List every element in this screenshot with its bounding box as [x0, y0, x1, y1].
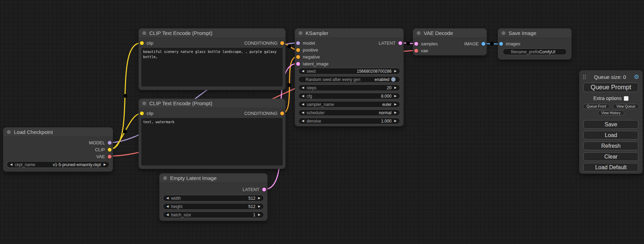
increment-arrow-icon[interactable]: ▶ [258, 213, 261, 216]
output-slot-vae[interactable] [108, 155, 112, 159]
increment-arrow-icon[interactable]: ▶ [394, 111, 397, 114]
queue-panel[interactable]: Queue size: 0 ⚙ Queue Prompt Extra optio… [579, 70, 643, 174]
queue-prompt-button[interactable]: Queue Prompt [583, 83, 638, 92]
input-slot-vae[interactable] [414, 49, 418, 53]
node-header: CLIP Text Encode (Prompt) [139, 28, 285, 38]
widget-scheduler[interactable]: ◀ scheduler normal ▶ [298, 109, 400, 116]
widget-value: 512 [248, 196, 255, 201]
decrement-arrow-icon[interactable]: ◀ [10, 163, 12, 166]
widget-value: 156680208700286 [357, 69, 391, 74]
increment-arrow-icon[interactable]: ▶ [394, 70, 397, 73]
widget-sampler-name[interactable]: ◀ sampler_name euler ▶ [298, 101, 400, 108]
widget-value: 8.000 [381, 94, 391, 99]
collapse-dot-icon[interactable] [163, 176, 167, 180]
collapse-dot-icon[interactable] [7, 130, 11, 134]
input-slot-clip[interactable] [140, 41, 144, 45]
widget-cfg[interactable]: ◀ cfg 8.000 ▶ [298, 93, 400, 99]
node-title: Load Checkpoint [14, 129, 53, 135]
widget-width[interactable]: ◀ width 512 ▶ [163, 195, 264, 201]
increment-arrow-icon[interactable]: ▶ [104, 163, 106, 166]
widget-label: ckpt_name [15, 162, 35, 167]
widget-denoise[interactable]: ◀ denoise 1.000 ▶ [298, 118, 400, 124]
widget-label: Random seed after every gen [306, 77, 360, 82]
toggle-knob[interactable] [391, 77, 396, 82]
input-slot-samples[interactable] [414, 42, 418, 46]
widget-value: 512 [248, 204, 255, 209]
widget-ckpt-name[interactable]: ◀ ckpt_name v1-5-pruned-emaonly.ckpt ▶ [7, 161, 109, 168]
output-slot-latent[interactable] [262, 188, 266, 191]
node-ksampler[interactable]: KSampler model LATENT positive negative … [295, 28, 404, 126]
input-slot-clip[interactable] [140, 111, 144, 115]
view-history-button[interactable]: View History [598, 110, 624, 116]
node-header: Empty Latent Image [159, 173, 267, 183]
collapse-dot-icon[interactable] [299, 31, 302, 35]
clear-button[interactable]: Clear [583, 152, 638, 161]
settings-gear-icon[interactable]: ⚙ [634, 74, 639, 80]
increment-arrow-icon[interactable]: ▶ [258, 205, 261, 208]
queue-front-button[interactable]: Queue Front [583, 104, 610, 109]
output-slot-latent[interactable] [398, 41, 402, 45]
output-slot-model[interactable] [108, 141, 112, 145]
graph-canvas[interactable]: Load Checkpoint MODEL CLIP VAE ◀ ckpt_na… [0, 0, 644, 244]
collapse-dot-icon[interactable] [417, 31, 421, 35]
increment-arrow-icon[interactable]: ▶ [394, 103, 397, 106]
node-vae-decode[interactable]: VAE Decode samples IMAGE vae [413, 28, 487, 55]
node-save-image[interactable]: Save Image images filename_prefix ComfyU… [498, 28, 572, 60]
input-slot-negative[interactable] [296, 55, 300, 59]
increment-arrow-icon[interactable]: ▶ [394, 119, 397, 123]
decrement-arrow-icon[interactable]: ◀ [302, 103, 304, 106]
output-slot-image[interactable] [482, 42, 485, 46]
input-slot-images[interactable] [499, 42, 503, 46]
output-slot-conditioning[interactable] [280, 41, 284, 45]
widget-value: euler [382, 102, 391, 107]
node-clip-text-encode-positive[interactable]: CLIP Text Encode (Prompt) clip CONDITION… [139, 28, 285, 90]
output-slot-clip[interactable] [108, 148, 112, 152]
node-header: VAE Decode [413, 28, 487, 38]
load-default-button[interactable]: Load Default [583, 163, 638, 172]
widget-value: enabled [374, 77, 389, 82]
input-slot-model[interactable] [296, 41, 300, 45]
decrement-arrow-icon[interactable]: ◀ [302, 70, 304, 73]
input-slot-latent-image[interactable] [296, 62, 300, 66]
slot-row: latent_image [295, 60, 404, 67]
widget-batch-size[interactable]: ◀ batch_size 1 ▶ [163, 211, 264, 218]
increment-arrow-icon[interactable]: ▶ [394, 86, 397, 89]
prompt-textarea[interactable]: text, watermark [141, 118, 283, 165]
widget-steps[interactable]: ◀ steps 20 ▶ [298, 84, 400, 91]
save-button[interactable]: Save [583, 120, 638, 129]
refresh-button[interactable]: Refresh [583, 142, 638, 150]
widget-filename-prefix[interactable]: filename_prefix ComfyUI [503, 48, 567, 55]
decrement-arrow-icon[interactable]: ◀ [166, 197, 169, 200]
load-button[interactable]: Load [583, 131, 638, 139]
decrement-arrow-icon[interactable]: ◀ [302, 86, 304, 89]
decrement-arrow-icon[interactable]: ◀ [302, 94, 304, 98]
output-label: LATENT [379, 40, 396, 46]
decrement-arrow-icon[interactable]: ◀ [302, 119, 304, 123]
collapse-dot-icon[interactable] [142, 101, 146, 105]
node-load-checkpoint[interactable]: Load Checkpoint MODEL CLIP VAE ◀ ckpt_na… [3, 127, 113, 172]
extra-options-checkbox[interactable] [624, 96, 628, 101]
decrement-arrow-icon[interactable]: ◀ [302, 111, 304, 114]
widget-seed[interactable]: ◀ seed 156680208700286 ▶ [298, 68, 400, 74]
collapse-dot-icon[interactable] [142, 31, 146, 35]
input-slot-positive[interactable] [296, 48, 300, 52]
node-empty-latent-image[interactable]: Empty Latent Image LATENT ◀ width 512 ▶ … [159, 173, 267, 221]
output-slot-conditioning[interactable] [280, 111, 284, 115]
decrement-arrow-icon[interactable]: ◀ [166, 213, 169, 216]
drag-handle-icon[interactable] [583, 74, 586, 80]
widget-random-seed-toggle[interactable]: Random seed after every gen enabled [298, 76, 400, 83]
view-queue-button[interactable]: View Queue [612, 104, 639, 109]
increment-arrow-icon[interactable]: ▶ [394, 94, 397, 98]
input-label: negative [303, 54, 320, 60]
decrement-arrow-icon[interactable]: ◀ [166, 205, 169, 208]
node-clip-text-encode-negative[interactable]: CLIP Text Encode (Prompt) clip CONDITION… [139, 99, 285, 169]
queue-size-label: Queue size: 0 [586, 74, 634, 80]
increment-arrow-icon[interactable]: ▶ [258, 197, 261, 200]
slot-row: vae [413, 47, 487, 54]
wire-image-middot [490, 42, 494, 46]
widget-label: steps [307, 85, 317, 90]
collapse-dot-icon[interactable] [502, 31, 505, 35]
widget-height[interactable]: ◀ height 512 ▶ [163, 203, 264, 210]
widget-label: denoise [307, 119, 321, 124]
prompt-textarea[interactable]: beautiful scenery nature glass bottle la… [141, 48, 283, 87]
